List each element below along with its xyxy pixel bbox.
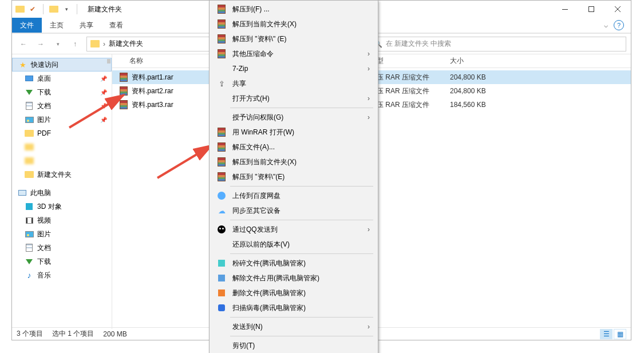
- rar-icon: [215, 128, 228, 137]
- sidebar-desktop[interactable]: 桌面 📌: [12, 72, 112, 85]
- menu-sync-device[interactable]: ☁同步至其它设备: [210, 203, 378, 218]
- svg-rect-0: [562, 9, 568, 10]
- close-button[interactable]: [605, 1, 631, 18]
- nav-back-icon[interactable]: ←: [17, 37, 30, 51]
- menu-unlock[interactable]: 解除文件占用(腾讯电脑管家): [210, 271, 378, 285]
- ribbon-share-tab[interactable]: 共享: [72, 18, 101, 33]
- menu-cut[interactable]: 剪切(T): [210, 338, 378, 353]
- sidebar-item-label: [37, 156, 72, 166]
- menu-open-winrar[interactable]: 用 WinRAR 打开(W): [210, 125, 378, 140]
- nav-up-icon[interactable]: ↑: [68, 37, 82, 51]
- submenu-arrow-icon: ›: [368, 225, 372, 233]
- ribbon-file-tab[interactable]: 文件: [12, 18, 42, 33]
- view-details-button[interactable]: ☰: [600, 329, 613, 339]
- document-icon: [25, 101, 34, 110]
- menu-send-to[interactable]: 发送到(N)›: [210, 319, 378, 334]
- ribbon-collapse-icon[interactable]: ⌵: [604, 21, 608, 29]
- rar-icon: [215, 5, 228, 14]
- context-menu: 解压到(F) ... 解压到当前文件夹(X) 解压到 "资料\" (E) 其他压…: [209, 0, 378, 353]
- ribbon-home-tab[interactable]: 主页: [42, 18, 72, 33]
- submenu-arrow-icon: ›: [368, 323, 372, 331]
- minimize-button[interactable]: [552, 1, 578, 18]
- sidebar-video[interactable]: 视频: [12, 213, 112, 227]
- sync-icon: ☁: [215, 207, 228, 215]
- sidebar-pictures[interactable]: 图片 📌: [12, 113, 112, 126]
- menu-separator: [230, 186, 373, 187]
- pin-icon: 📌: [100, 76, 107, 82]
- sidebar-blurred-1[interactable]: [12, 140, 112, 154]
- sidebar-item-label: PDF: [37, 129, 51, 137]
- sidebar-thispc[interactable]: 此电脑: [12, 186, 112, 200]
- crumb-sep-icon: ›: [103, 40, 105, 48]
- menu-scan[interactable]: 扫描病毒(腾讯电脑管家): [210, 300, 378, 315]
- qa-dropdown-icon[interactable]: ▾: [62, 5, 71, 14]
- submenu-arrow-icon: ›: [368, 65, 372, 73]
- menu-separator: [230, 317, 373, 318]
- menu-other-compress[interactable]: 其他压缩命令›: [210, 46, 378, 61]
- menu-separator: [230, 220, 373, 220]
- menu-extract-a[interactable]: 解压文件(A)...: [210, 140, 378, 154]
- download-icon: [25, 257, 34, 266]
- picture-icon: [25, 115, 34, 124]
- menu-give-access[interactable]: 授予访问权限(G)›: [210, 110, 378, 125]
- pin-icon: 📌: [100, 89, 107, 96]
- sidebar-item-label: 快速访问: [31, 60, 58, 70]
- nav-recent-icon[interactable]: ▾: [51, 37, 65, 51]
- menu-extract-here2[interactable]: 解压到当前文件夹(X): [210, 154, 378, 169]
- view-icons-button[interactable]: ▦: [614, 329, 626, 339]
- qa-save-icon[interactable]: ✔: [28, 5, 37, 14]
- sidebar-blurred-2[interactable]: [12, 154, 112, 168]
- pc-icon: [18, 188, 27, 197]
- rar-icon: [119, 86, 128, 96]
- svg-rect-1: [589, 7, 594, 12]
- menu-restore[interactable]: 还原以前的版本(V): [210, 237, 378, 252]
- desktop-icon: [25, 74, 34, 83]
- folder-icon: [15, 5, 25, 14]
- breadcrumb[interactable]: 新建文件夹: [109, 39, 143, 49]
- maximize-button[interactable]: [578, 1, 605, 18]
- pin-icon: 📌: [100, 103, 107, 109]
- rar-icon: [215, 157, 228, 166]
- search-placeholder: 在 新建文件夹 中搜索: [386, 39, 452, 49]
- file-size: 204,800 KB: [450, 73, 507, 81]
- menu-share[interactable]: ⇪共享: [210, 76, 378, 91]
- nav-forward-icon[interactable]: →: [34, 37, 48, 51]
- menu-7zip[interactable]: 7-Zip›: [210, 61, 378, 76]
- sidebar-music[interactable]: ♪ 音乐: [12, 268, 112, 282]
- menu-extract-to[interactable]: 解压到(F) ...: [210, 2, 378, 17]
- rar-icon: [215, 172, 228, 181]
- share-icon: ⇪: [215, 80, 228, 88]
- menu-open-with[interactable]: 打开方式(H)›: [210, 91, 378, 106]
- help-icon[interactable]: ?: [614, 20, 624, 30]
- menu-extract-folder2[interactable]: 解压到 "资料\"(E): [210, 169, 378, 184]
- sidebar-newfolder[interactable]: 新建文件夹: [12, 168, 112, 181]
- rar-icon: [119, 73, 128, 82]
- sidebar-documents2[interactable]: 文档: [12, 241, 112, 255]
- sidebar-pdf[interactable]: PDF: [12, 126, 112, 140]
- status-selected: 选中 1 个项目: [52, 329, 94, 339]
- sidebar-downloads2[interactable]: 下载: [12, 255, 112, 268]
- col-size[interactable]: 大小: [450, 56, 507, 66]
- sidebar-quick-access[interactable]: ★ 快速访问: [12, 58, 112, 72]
- search-input[interactable]: 🔍 在 新建文件夹 中搜索: [370, 37, 627, 51]
- menu-extract-here[interactable]: 解压到当前文件夹(X): [210, 17, 378, 31]
- file-name: 资料.part3.rar: [132, 100, 173, 110]
- sidebar-documents[interactable]: 文档 📌: [12, 99, 112, 113]
- sidebar-pictures2[interactable]: 图片: [12, 227, 112, 241]
- sidebar-3d[interactable]: 3D 对象: [12, 200, 112, 213]
- ribbon-view-tab[interactable]: 查看: [101, 18, 131, 33]
- menu-extract-folder[interactable]: 解压到 "资料\" (E): [210, 31, 378, 46]
- qa-props-icon[interactable]: [49, 5, 58, 14]
- sidebar-item-label: 下载: [37, 88, 51, 97]
- download-icon: [25, 88, 34, 97]
- col-type[interactable]: 类型: [370, 56, 450, 66]
- menu-delete[interactable]: 删除文件(腾讯电脑管家): [210, 285, 378, 300]
- sidebar-downloads[interactable]: 下载 📌: [12, 85, 112, 99]
- menu-smash[interactable]: 粉碎文件(腾讯电脑管家): [210, 256, 378, 271]
- menu-send-qq[interactable]: 通过QQ发送到›: [210, 222, 378, 237]
- sidebar-item-label: 新建文件夹: [37, 170, 72, 180]
- folder-icon: [25, 129, 34, 138]
- pin-icon: 📌: [100, 117, 107, 123]
- menu-upload-baidu[interactable]: 上传到百度网盘: [210, 188, 378, 203]
- sidebar-item-label: 图片: [37, 115, 51, 125]
